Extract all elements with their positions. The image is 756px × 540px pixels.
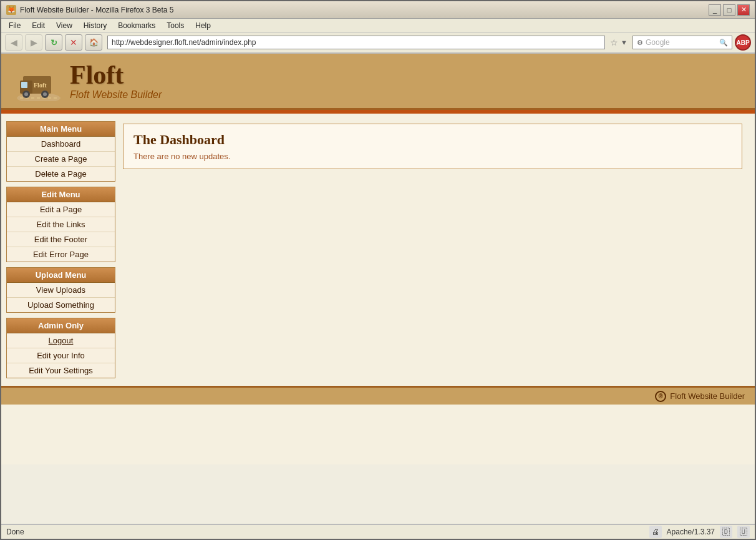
sidebar-link-edit-page[interactable]: Edit a Page <box>7 202 115 217</box>
sidebar-link-delete-page[interactable]: Delete a Page <box>7 167 115 181</box>
sidebar-link-view-uploads[interactable]: View Uploads <box>7 283 115 298</box>
upload-menu-section: Upload Menu View Uploads Upload Somethin… <box>6 267 115 313</box>
sidebar-link-upload-something[interactable]: Upload Something <box>7 298 115 312</box>
footer-label: Floft Website Builder <box>670 391 745 401</box>
bookmark-star-icon[interactable]: ☆ <box>610 37 618 47</box>
edit-menu-title: Edit Menu <box>7 187 115 202</box>
site-footer: ® Floft Website Builder <box>1 386 755 405</box>
footer-text: ® Floft Website Builder <box>655 391 745 402</box>
sidebar-link-edit-footer[interactable]: Edit the Footer <box>7 232 115 247</box>
content-area: Main Menu Dashboard Create a Page Delete… <box>1 114 755 386</box>
site-header: Floft Floft Floft Website Builder <box>1 54 755 110</box>
window-title: Floft Website Builder - Mozilla Firefox … <box>20 6 705 14</box>
adblock-label: ABP <box>736 39 749 46</box>
dropdown-arrow-icon[interactable]: ▼ <box>621 39 628 46</box>
dashboard-title: The Dashboard <box>133 132 732 148</box>
svg-text:Floft: Floft <box>34 82 47 89</box>
address-bar[interactable]: http://webdesigner.floft.net/admin/index… <box>107 36 605 49</box>
url-text: http://webdesigner.floft.net/admin/index… <box>112 38 256 47</box>
sidebar-link-create-page[interactable]: Create a Page <box>7 152 115 167</box>
home-button[interactable]: 🏠 <box>85 34 102 51</box>
browser-icon: 🦊 <box>6 5 16 15</box>
refresh-button[interactable]: ↻ <box>45 34 62 51</box>
menu-tools[interactable]: Tools <box>162 20 189 31</box>
status-icon-printer: 🖨 <box>649 526 662 538</box>
footer-logo-icon: ® <box>655 391 666 402</box>
minimize-button[interactable]: _ <box>709 4 721 16</box>
menu-help[interactable]: Help <box>190 20 216 31</box>
search-input[interactable]: Google <box>646 38 717 47</box>
main-content: The Dashboard There are no new updates. <box>115 119 750 381</box>
admin-menu-section: Admin Only Logout Edit your Info Edit Yo… <box>6 318 115 378</box>
upload-menu-title: Upload Menu <box>7 268 115 283</box>
sidebar-link-edit-links[interactable]: Edit the Links <box>7 217 115 232</box>
main-menu-title: Main Menu <box>7 122 115 137</box>
search-icon[interactable]: 🔍 <box>719 39 728 47</box>
menu-bookmarks[interactable]: Bookmarks <box>113 20 160 31</box>
menu-edit[interactable]: Edit <box>27 20 50 31</box>
server-info: Apache/1.3.37 <box>667 528 715 536</box>
address-bar-container: http://webdesigner.floft.net/admin/index… <box>107 36 628 49</box>
svg-point-8 <box>43 92 47 96</box>
menu-view[interactable]: View <box>51 20 77 31</box>
status-flag-icon-1: 🇩 <box>720 526 732 538</box>
close-button[interactable]: ✕ <box>737 4 750 16</box>
nav-bar: ◀ ▶ ↻ ✕ 🏠 http://webdesigner.floft.net/a… <box>1 32 755 54</box>
adblock-button[interactable]: ABP <box>735 34 751 51</box>
sidebar-link-edit-settings[interactable]: Edit Your Settings <box>7 363 115 378</box>
stop-button[interactable]: ✕ <box>65 34 82 51</box>
forward-button[interactable]: ▶ <box>25 34 42 51</box>
status-text: Done <box>6 528 24 536</box>
logo-subtitle: Floft Website Builder <box>70 89 162 101</box>
title-bar: 🦊 Floft Website Builder - Mozilla Firefo… <box>1 1 755 19</box>
search-bar[interactable]: ⚙ Google 🔍 <box>632 36 732 49</box>
site-logo: Floft Floft Floft Website Builder <box>14 61 162 101</box>
maximize-button[interactable]: □ <box>723 4 735 16</box>
window-controls: _ □ ✕ <box>709 4 750 16</box>
status-flag-icon-2: 🇺 <box>737 526 750 538</box>
sidebar-link-edit-info[interactable]: Edit your Info <box>7 348 115 363</box>
truck-logo-icon: Floft <box>14 61 64 101</box>
back-button[interactable]: ◀ <box>5 34 22 51</box>
sidebar-link-logout[interactable]: Logout <box>7 333 115 348</box>
admin-menu-title: Admin Only <box>7 318 115 333</box>
logo-text-area: Floft Floft Website Builder <box>70 62 162 101</box>
dashboard-box: The Dashboard There are no new updates. <box>123 124 742 169</box>
menu-bar: File Edit View History Bookmarks Tools H… <box>1 19 755 32</box>
edit-menu-section: Edit Menu Edit a Page Edit the Links Edi… <box>6 187 115 262</box>
sidebar: Main Menu Dashboard Create a Page Delete… <box>6 119 115 381</box>
search-engine-icon: ⚙ <box>637 39 643 47</box>
svg-point-6 <box>24 92 28 96</box>
main-menu-section: Main Menu Dashboard Create a Page Delete… <box>6 121 115 182</box>
svg-rect-4 <box>21 82 27 88</box>
menu-history[interactable]: History <box>79 20 112 31</box>
status-bar: Done 🖨 Apache/1.3.37 🇩 🇺 <box>1 524 755 539</box>
site-wrapper: Floft Floft Floft Website Builder Main M… <box>1 54 755 464</box>
page-background <box>1 464 755 524</box>
sidebar-link-edit-error[interactable]: Edit Error Page <box>7 247 115 262</box>
dashboard-message: There are no new updates. <box>133 152 732 161</box>
sidebar-link-dashboard[interactable]: Dashboard <box>7 137 115 152</box>
status-right: 🖨 Apache/1.3.37 🇩 🇺 <box>649 526 750 538</box>
menu-file[interactable]: File <box>4 20 26 31</box>
logo-title: Floft <box>70 62 162 88</box>
